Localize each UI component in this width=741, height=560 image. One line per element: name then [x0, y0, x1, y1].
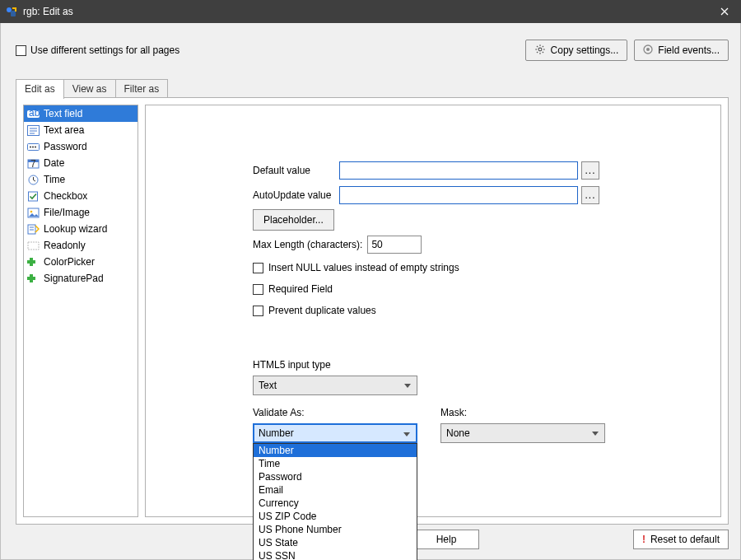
warning-icon: ! [642, 534, 645, 545]
validate-as-dropdown[interactable]: Number Time Password Email Currency US Z… [253, 443, 417, 560]
required-field-label: Required Field [268, 283, 333, 295]
field-type-file-image[interactable]: File/Image [24, 204, 137, 221]
field-type-password[interactable]: Password [24, 138, 137, 155]
reset-label: Reset to default [650, 534, 720, 545]
mask-value: None [446, 427, 470, 439]
checkbox-type-icon [27, 190, 40, 203]
validate-as-value: Number [259, 427, 294, 439]
field-type-label: Time [44, 174, 65, 185]
gear-icon [534, 44, 546, 58]
field-type-color-picker[interactable]: ColorPicker [24, 254, 137, 270]
placeholder-button-label: Placeholder... [263, 214, 324, 226]
insert-null-checkbox[interactable]: Insert NULL values instead of empty stri… [253, 259, 607, 277]
validate-option-us-phone[interactable]: US Phone Number [254, 523, 417, 536]
mask-label: Mask: [440, 407, 605, 418]
validate-option-currency[interactable]: Currency [254, 497, 417, 510]
max-length-label: Max Length (characters): [253, 239, 362, 250]
validate-option-email[interactable]: Email [254, 483, 417, 497]
svg-line-9 [542, 45, 543, 46]
checkbox-icon [253, 263, 263, 273]
tab-edit-as[interactable]: Edit as [16, 79, 64, 99]
svg-point-2 [538, 48, 542, 51]
svg-text:7: 7 [30, 158, 36, 169]
svg-point-20 [30, 146, 31, 147]
top-row: Use different settings for all pages Cop… [16, 40, 729, 61]
checkbox-icon [16, 45, 26, 56]
field-type-label: Password [44, 141, 87, 152]
mask-combo[interactable]: None [440, 423, 605, 443]
validate-option-password[interactable]: Password [254, 470, 417, 483]
field-type-label: Date [44, 157, 64, 169]
field-type-text-field[interactable]: ab| Text field [24, 105, 137, 122]
field-type-label: Checkbox [44, 190, 87, 202]
lookup-icon [27, 223, 40, 236]
field-type-label: Text field [44, 108, 82, 119]
validate-as-label: Validate As: [253, 407, 417, 418]
plugin-icon [27, 273, 40, 285]
max-length-input[interactable] [367, 236, 422, 254]
validate-option-number[interactable]: Number [254, 444, 417, 457]
required-field-checkbox[interactable]: Required Field [253, 280, 607, 298]
dialog-body: Use different settings for all pages Cop… [0, 23, 741, 560]
autoupdate-value-input[interactable] [339, 186, 578, 204]
svg-line-10 [537, 51, 538, 52]
html5-input-type-combo[interactable]: Text [253, 376, 417, 395]
insert-null-label: Insert NULL values instead of empty stri… [268, 262, 459, 273]
validate-option-time[interactable]: Time [254, 457, 417, 470]
autoupdate-value-row: AutoUpdate value ... [253, 184, 607, 206]
default-value-input[interactable] [339, 161, 578, 180]
validate-option-us-zip[interactable]: US ZIP Code [254, 510, 417, 523]
field-type-label: ColorPicker [44, 256, 95, 268]
prevent-duplicate-checkbox[interactable]: Prevent duplicate values [253, 301, 607, 320]
tab-filter-as-label: Filter as [124, 83, 160, 95]
default-value-browse-button[interactable]: ... [581, 161, 599, 180]
tab-filter-as[interactable]: Filter as [115, 79, 169, 99]
svg-point-31 [30, 210, 33, 212]
svg-rect-35 [28, 242, 39, 250]
field-type-label: File/Image [44, 207, 90, 218]
time-icon [27, 174, 40, 186]
use-different-settings-label: Use different settings for all pages [30, 44, 179, 56]
field-type-lookup-wizard[interactable]: Lookup wizard [24, 221, 137, 237]
validate-option-us-ssn[interactable]: US SSN [254, 549, 417, 560]
tab-strip: Edit as View as Filter as [16, 79, 167, 99]
default-value-label: Default value [253, 165, 339, 176]
field-type-date[interactable]: 7 Date [24, 155, 137, 171]
field-type-checkbox[interactable]: Checkbox [24, 188, 137, 204]
svg-point-12 [646, 48, 650, 51]
field-type-readonly[interactable]: Readonly [24, 237, 137, 254]
ellipsis-icon: ... [585, 189, 595, 201]
tab-view-as-label: View as [72, 83, 107, 95]
text-area-icon [27, 124, 40, 137]
config-panel: Default value ... AutoUpdate value ... P… [145, 105, 721, 517]
autoupdate-value-label: AutoUpdate value [253, 189, 339, 201]
html5-input-type-label: HTML5 input type [253, 359, 607, 371]
field-type-text-area[interactable]: Text area [24, 122, 137, 138]
autoupdate-value-browse-button[interactable]: ... [581, 186, 599, 204]
validate-as-combo[interactable]: Number [253, 423, 417, 443]
copy-settings-label: Copy settings... [551, 44, 619, 56]
field-type-label: Readonly [44, 240, 86, 251]
placeholder-button[interactable]: Placeholder... [253, 209, 334, 231]
field-type-list[interactable]: ab| Text field Text area Password 7 Date… [23, 105, 138, 517]
password-icon [27, 141, 40, 153]
readonly-icon [27, 240, 40, 252]
app-icon [5, 5, 18, 18]
file-image-icon [27, 207, 40, 219]
svg-rect-1 [11, 11, 16, 16]
help-label: Help [436, 534, 457, 545]
tab-view-as[interactable]: View as [63, 79, 116, 99]
use-different-settings-checkbox[interactable]: Use different settings for all pages [16, 44, 179, 56]
max-length-row: Max Length (characters): [253, 234, 607, 255]
validate-option-us-state[interactable]: US State [254, 536, 417, 549]
window-close-button[interactable] [708, 0, 741, 23]
field-type-time[interactable]: Time [24, 171, 137, 188]
field-type-signature-pad[interactable]: SignaturePad [24, 270, 137, 287]
prevent-duplicate-label: Prevent duplicate values [268, 305, 376, 316]
field-events-button[interactable]: Field events... [634, 40, 729, 61]
help-button[interactable]: Help [413, 530, 479, 549]
copy-settings-button[interactable]: Copy settings... [525, 40, 628, 61]
bullet-icon [643, 44, 653, 57]
default-value-row: Default value ... [253, 160, 607, 181]
reset-to-default-button[interactable]: ! Reset to default [633, 530, 729, 549]
